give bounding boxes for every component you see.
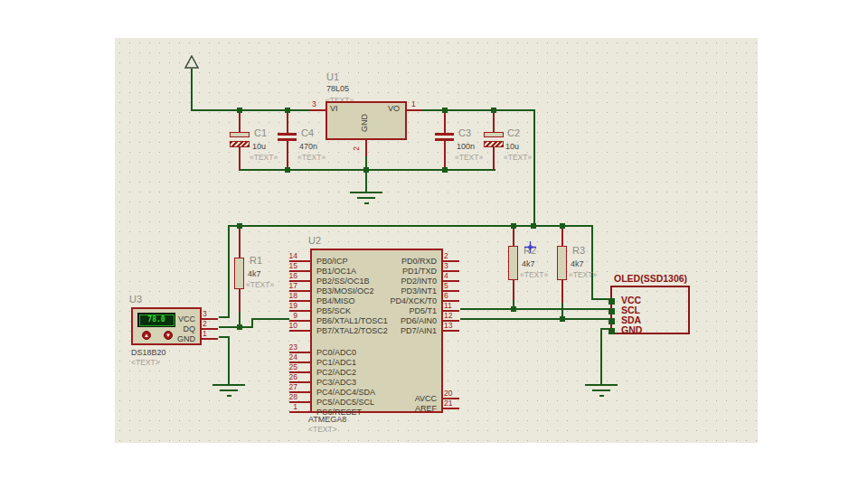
oled-module-body[interactable]: VCCSCLSDAGND xyxy=(610,286,690,334)
pin-number: 15 xyxy=(285,262,297,270)
resistor-leg[interactable] xyxy=(513,280,514,300)
u2-text-label: <TEXT> xyxy=(308,425,337,434)
ground-symbol[interactable] xyxy=(350,192,382,205)
wire[interactable] xyxy=(219,326,253,328)
c3-value: 100n xyxy=(457,142,475,151)
wire-junction xyxy=(560,316,565,322)
wire[interactable] xyxy=(600,328,602,384)
capacitor-plate[interactable] xyxy=(230,132,250,137)
pin-number: 6 xyxy=(444,292,448,300)
oled-pin-pad[interactable] xyxy=(609,298,615,305)
resistor-leg[interactable] xyxy=(561,280,563,303)
wire[interactable] xyxy=(219,316,230,318)
wire[interactable] xyxy=(228,336,230,384)
pin-number: 11 xyxy=(444,302,452,310)
pin-stub[interactable] xyxy=(310,109,326,111)
cap-leg[interactable] xyxy=(493,147,495,170)
c2-value: 10u xyxy=(505,142,519,151)
wire[interactable] xyxy=(251,318,289,320)
pin-number: 13 xyxy=(444,322,452,330)
wire-junction xyxy=(285,167,290,173)
wire[interactable] xyxy=(191,109,311,111)
capacitor-plate[interactable] xyxy=(278,133,297,136)
cap-leg[interactable] xyxy=(493,110,495,133)
capacitor-plate-polarized[interactable] xyxy=(230,141,250,147)
u1-pin-gnd-label: GND xyxy=(360,108,369,138)
u3-ref: U3 xyxy=(129,294,142,305)
oled-pin-label: GND xyxy=(621,325,642,335)
pin-number: 4 xyxy=(444,272,448,280)
c2-ref: C2 xyxy=(507,127,520,138)
r1-resistor-body[interactable] xyxy=(234,258,244,289)
wire-junction xyxy=(442,167,448,173)
pin-stub[interactable] xyxy=(289,330,312,332)
cap-leg[interactable] xyxy=(287,140,288,170)
power-terminal-icon[interactable] xyxy=(184,55,199,69)
capacitor-plate[interactable] xyxy=(435,138,454,141)
oled-pin-pad[interactable] xyxy=(609,318,615,324)
oled-pin-pad[interactable] xyxy=(609,308,615,314)
wire-scl[interactable] xyxy=(460,308,611,310)
pin-name: AREF xyxy=(415,404,437,413)
capacitor-plate[interactable] xyxy=(278,138,297,141)
r3-ref: R3 xyxy=(572,245,585,256)
cap-leg[interactable] xyxy=(444,140,446,170)
pin-stub[interactable] xyxy=(365,140,367,156)
capacitor-plate[interactable] xyxy=(435,133,454,136)
pin-number: 3 xyxy=(203,310,207,318)
cap-leg[interactable] xyxy=(444,110,446,134)
oled-pin-pad[interactable] xyxy=(609,328,615,334)
pin-number: 2 xyxy=(353,146,361,151)
pin-number: 21 xyxy=(444,399,452,408)
wire[interactable] xyxy=(191,69,193,110)
ground-symbol[interactable] xyxy=(212,384,245,398)
pin-stub[interactable] xyxy=(200,338,218,340)
u2-ref: U2 xyxy=(308,235,321,246)
pin-number: 1 xyxy=(285,403,297,411)
wire[interactable] xyxy=(533,109,535,227)
r2-value: 4k7 xyxy=(522,259,535,268)
pin-stub[interactable] xyxy=(406,109,422,111)
pin-number: 1 xyxy=(203,330,207,338)
u3-increase-button[interactable]: ▲ xyxy=(142,331,151,340)
pin-number: 17 xyxy=(285,282,297,290)
pin-number: 28 xyxy=(285,393,297,401)
wire[interactable] xyxy=(365,155,367,192)
u3-decrease-button[interactable]: ▼ xyxy=(164,331,173,340)
u2-mcu-body[interactable]: 14PB0/ICP15PB1/OC1A16PB2/SS/OC1B17PB3/MO… xyxy=(310,249,443,413)
cap-leg[interactable] xyxy=(239,110,241,133)
r3-resistor-body[interactable] xyxy=(557,246,567,280)
wire[interactable] xyxy=(591,225,593,300)
resistor-leg[interactable] xyxy=(239,227,241,258)
c4-ref: C4 xyxy=(301,127,314,138)
pin-stub[interactable] xyxy=(441,408,459,409)
cap-leg[interactable] xyxy=(287,110,288,134)
pin-stub[interactable] xyxy=(289,411,312,413)
resistor-leg[interactable] xyxy=(561,227,563,246)
resistor-leg[interactable] xyxy=(513,227,514,246)
capacitor-plate-polarized[interactable] xyxy=(484,141,504,147)
oled-title: OLED(SSD1306) xyxy=(614,273,687,284)
r1-value: 4k7 xyxy=(248,269,261,278)
r3-value: 4k7 xyxy=(571,259,584,268)
r2-resistor-body[interactable] xyxy=(508,246,518,280)
pin-name: VCC xyxy=(178,314,195,324)
ground-symbol[interactable] xyxy=(585,384,618,398)
resistor-leg[interactable] xyxy=(239,289,241,312)
c4-text-label: «TEXT» xyxy=(297,153,326,162)
r1-ref: R1 xyxy=(250,255,262,266)
wire-sda[interactable] xyxy=(460,318,611,320)
r2-text-label: «TEXT» xyxy=(520,270,548,279)
pin-number: 2 xyxy=(203,320,207,328)
c1-text-label: «TEXT» xyxy=(250,153,278,162)
wire[interactable] xyxy=(228,225,230,318)
capacitor-plate[interactable] xyxy=(484,132,504,137)
c2-text-label: «TEXT» xyxy=(504,153,532,162)
wire[interactable] xyxy=(421,109,535,111)
pin-number: 19 xyxy=(285,302,297,310)
pin-stub[interactable] xyxy=(441,330,459,332)
cap-leg[interactable] xyxy=(239,147,241,170)
wire[interactable] xyxy=(228,225,593,227)
schematic-editor-canvas: U1 78L05 «TEXT» VI VO GND 3 1 2 C1 10u «… xyxy=(0,0,868,488)
u1-ref: U1 xyxy=(326,71,339,82)
